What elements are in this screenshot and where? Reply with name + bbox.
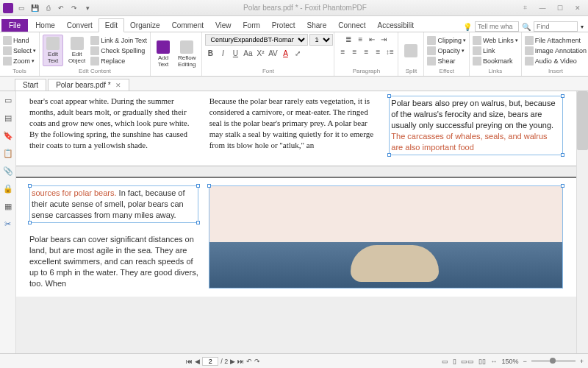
edit-text-button[interactable]: Edit Text — [43, 35, 63, 66]
numbering-button[interactable]: ≡ — [355, 34, 365, 44]
font-size-select[interactable]: 10 — [309, 34, 333, 46]
selection-handle-icon[interactable] — [561, 184, 564, 188]
opacity-button[interactable]: Opacity▾ — [427, 46, 466, 55]
bold-button[interactable]: B — [205, 48, 215, 58]
tab-form[interactable]: Form — [237, 19, 266, 32]
qat-dropdown-icon[interactable]: ▾ — [82, 3, 93, 13]
qat-undo-icon[interactable]: ↶ — [56, 3, 66, 13]
char-spacing-button[interactable]: AV — [268, 48, 278, 58]
line-spacing-button[interactable]: ↕≡ — [384, 46, 395, 57]
view-cont-facing-icon[interactable]: ▯▯ — [478, 358, 486, 365]
last-page-icon[interactable]: ⏭ — [237, 358, 244, 365]
tab-share[interactable]: Share — [301, 19, 333, 32]
clipping-button[interactable]: Clipping▾ — [427, 36, 466, 45]
zoom-out-icon[interactable]: − — [523, 358, 526, 365]
selection-handle-icon[interactable] — [196, 221, 200, 224]
layers-panel-icon[interactable]: ▤ — [2, 112, 14, 124]
supersub-button[interactable]: X² — [255, 48, 265, 58]
zoom-slider[interactable] — [531, 360, 576, 362]
qat-print-icon[interactable]: ⎙ — [43, 3, 53, 13]
qat-redo-icon[interactable]: ↷ — [69, 3, 79, 13]
bookmarks-panel-icon[interactable]: 🔖 — [2, 130, 14, 141]
file-attachment-button[interactable]: File Attachment — [525, 36, 587, 45]
split-button[interactable] — [401, 43, 420, 59]
italic-button[interactable]: I — [218, 48, 228, 58]
text-column-3-selected[interactable]: Polar bears also prey on walrus, but, be… — [389, 96, 563, 155]
nav-forward-icon[interactable]: ↷ — [254, 358, 260, 365]
tab-comment[interactable]: Comment — [166, 19, 209, 32]
text-column-1[interactable]: bear's coat appear white. During the sum… — [29, 96, 199, 155]
nav-back-icon[interactable]: ↶ — [246, 358, 252, 365]
doctab-start[interactable]: Start — [15, 79, 46, 91]
view-facing-icon[interactable]: ▭▭ — [461, 358, 474, 365]
page-number-input[interactable] — [202, 357, 218, 366]
tab-edit[interactable]: Edit — [98, 18, 124, 32]
text-block-selected[interactable]: sources for polar bears. In fact, becaus… — [29, 185, 198, 223]
font-scale-button[interactable]: ⤢ — [293, 48, 303, 58]
selection-handle-icon[interactable] — [387, 153, 391, 157]
align-right-button[interactable]: ≡ — [361, 46, 371, 57]
search-icon[interactable]: 🔍 — [522, 23, 531, 31]
view-single-icon[interactable]: ▭ — [442, 358, 448, 365]
pages-panel-icon[interactable]: ▭ — [2, 94, 14, 106]
selection-handle-icon[interactable] — [28, 221, 32, 224]
selection-handle-icon[interactable] — [387, 94, 391, 98]
security-panel-icon[interactable]: 🔒 — [2, 183, 14, 194]
close-tab-icon[interactable]: ✕ — [115, 82, 121, 89]
hand-tool[interactable]: Hand — [3, 36, 36, 45]
close-icon[interactable]: ✕ — [570, 3, 585, 13]
maximize-icon[interactable]: ☐ — [553, 3, 567, 13]
reflow-editing-button[interactable]: Reflow Editing — [175, 39, 198, 69]
font-family-select[interactable]: CenturyExpandedBT-Roman — [205, 34, 308, 46]
shear-button[interactable]: Shear — [427, 57, 466, 66]
fields-panel-icon[interactable]: ▦ — [2, 200, 14, 212]
tab-accessibility[interactable]: Accessibilit — [371, 19, 419, 32]
first-page-icon[interactable]: ⏮ — [186, 358, 193, 365]
comments-panel-icon[interactable]: 📋 — [2, 147, 14, 159]
align-left-button[interactable]: ≡ — [337, 46, 348, 57]
tab-view[interactable]: View — [209, 19, 237, 32]
audio-video-button[interactable]: Audio & Video — [525, 57, 587, 66]
qat-open-icon[interactable]: ▭ — [16, 3, 26, 13]
tab-convert[interactable]: Convert — [61, 19, 98, 32]
align-justify-button[interactable]: ≡ — [373, 46, 383, 57]
check-spelling[interactable]: Check Spelling — [90, 46, 147, 55]
minimize-icon[interactable]: — — [535, 3, 550, 13]
tab-organize[interactable]: Organize — [124, 19, 166, 32]
align-center-button[interactable]: ≡ — [349, 46, 359, 57]
next-page-icon[interactable]: ▶ — [230, 358, 235, 365]
tab-connect[interactable]: Connect — [332, 19, 371, 32]
qat-save-icon[interactable]: 💾 — [29, 3, 40, 13]
web-links-button[interactable]: Web Links▾ — [473, 36, 518, 45]
find-input[interactable] — [534, 21, 578, 32]
vertical-scrollbar[interactable] — [576, 91, 588, 353]
zoom-in-icon[interactable]: + — [580, 358, 584, 365]
bookmark-button[interactable]: Bookmark — [473, 57, 518, 66]
strikethrough-button[interactable]: Aa — [243, 48, 253, 58]
document-image[interactable] — [209, 185, 563, 289]
selection-handle-icon[interactable] — [561, 94, 564, 98]
bullets-button[interactable]: ≣ — [343, 34, 354, 44]
font-color-button[interactable]: A — [280, 48, 290, 58]
underline-button[interactable]: U — [230, 48, 240, 58]
link-button[interactable]: Link — [473, 46, 518, 55]
selection-handle-icon[interactable] — [196, 184, 200, 188]
signatures-panel-icon[interactable]: ✂ — [2, 218, 14, 230]
document-area[interactable]: bear's coat appear white. During the sum… — [16, 91, 576, 353]
add-text-button[interactable]: Add Text — [154, 39, 173, 69]
text-column-2[interactable]: Because the polar bear rarely eats veget… — [209, 96, 379, 155]
selection-handle-icon[interactable] — [28, 184, 32, 188]
find-dropdown-icon[interactable]: ▾ — [581, 24, 584, 30]
scrollbar-thumb[interactable] — [577, 91, 588, 150]
edit-object-button[interactable]: Edit Object — [65, 35, 88, 66]
tab-home[interactable]: Home — [29, 19, 61, 32]
select-tool[interactable]: Select▾ — [3, 46, 36, 55]
tab-file[interactable]: File — [1, 19, 28, 32]
tellme-input[interactable] — [475, 21, 519, 32]
image-annotation-button[interactable]: Image Annotation — [525, 46, 587, 55]
view-continuous-icon[interactable]: ▯ — [453, 358, 456, 365]
indent-button[interactable]: ⇥ — [379, 34, 389, 44]
zoom-tool[interactable]: Zoom▾ — [3, 57, 36, 66]
text-column-p2[interactable]: sources for polar bears. In fact, becaus… — [29, 185, 198, 289]
outdent-button[interactable]: ⇤ — [367, 34, 377, 44]
